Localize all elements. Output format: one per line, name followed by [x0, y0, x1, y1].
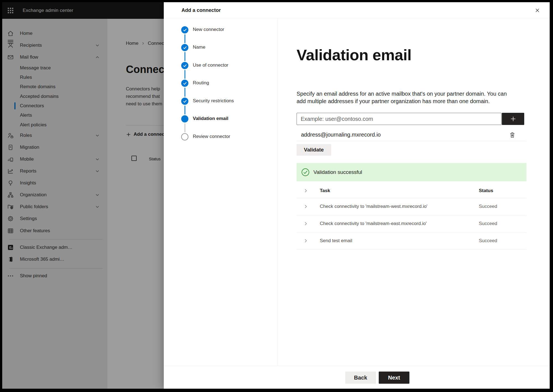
- task-cell: Send test email: [320, 238, 352, 244]
- step-todo-circle-icon: [181, 133, 188, 140]
- task-table-row-2: Check connectivity to 'mailstream-east.m…: [297, 215, 526, 232]
- back-button[interactable]: Back: [345, 372, 376, 384]
- close-button[interactable]: [533, 6, 542, 15]
- step-connector-line: [185, 34, 185, 43]
- panel-footer: Back Next: [164, 365, 550, 389]
- panel-header: Add a connector: [164, 2, 550, 18]
- screen: Exchange admin center HomeRecipientsMail…: [2, 2, 550, 389]
- step-completed-check-icon: [181, 44, 188, 51]
- expand-chevron-icon[interactable]: [303, 221, 308, 226]
- wizard-step-label: New connector: [193, 27, 224, 32]
- status-column-header: Status: [479, 188, 493, 194]
- banner-message: Validation successful: [313, 169, 362, 175]
- add-connector-panel: Add a connector New connectorNameUse of …: [164, 2, 550, 389]
- step-connector-line: [185, 88, 185, 97]
- expand-chevron-icon[interactable]: [303, 204, 308, 209]
- success-check-icon: [301, 168, 310, 176]
- step-connector-line: [185, 70, 185, 79]
- expand-chevron-icon[interactable]: [303, 238, 308, 243]
- panel-title: Add a connector: [181, 2, 221, 18]
- task-table-row-1: Check connectivity to 'mailstream-west.m…: [297, 198, 526, 215]
- step-completed-check-icon: [181, 62, 188, 69]
- step-heading: Validation email: [297, 46, 411, 64]
- task-table-row-3: Send test emailSucceed: [297, 232, 526, 249]
- table-row-divider: [297, 249, 526, 250]
- plus-icon: [510, 115, 517, 122]
- wizard-step-label: Review connector: [193, 134, 230, 139]
- validation-success-banner: Validation successful: [297, 163, 526, 181]
- validate-button[interactable]: Validate: [297, 144, 331, 156]
- wizard-step-label: Routing: [193, 80, 209, 86]
- step-connector-line: [185, 52, 185, 61]
- task-column-header: Task: [320, 188, 330, 194]
- wizard-step-label: Validation email: [193, 116, 229, 121]
- add-address-button[interactable]: [502, 113, 524, 125]
- task-cell: Check connectivity to 'mailstream-west.m…: [320, 204, 427, 209]
- task-table-header-row: TaskStatus: [297, 184, 526, 198]
- task-cell: Check connectivity to 'mailstream-east.m…: [320, 221, 427, 226]
- wizard-step-label: Use of connector: [193, 62, 229, 68]
- status-cell: Succeed: [479, 238, 497, 244]
- expand-chevron-icon[interactable]: [303, 188, 308, 193]
- added-address-value: address@journaling.mxrecord.io: [301, 132, 381, 138]
- step-connector-line: [185, 123, 185, 132]
- step-completed-check-icon: [181, 98, 188, 105]
- next-button[interactable]: Next: [379, 372, 409, 384]
- step-completed-check-icon: [181, 26, 188, 33]
- email-address-input[interactable]: [297, 113, 502, 125]
- step-connector-line: [185, 106, 185, 114]
- delete-address-button[interactable]: [508, 130, 516, 139]
- trash-icon: [510, 132, 515, 138]
- status-cell: Succeed: [479, 221, 497, 226]
- wizard-steps-nav: New connectorNameUse of connectorRouting…: [164, 18, 278, 365]
- wizard-step-label: Security restrictions: [193, 98, 234, 104]
- step-active-circle-icon: [181, 115, 188, 122]
- step-completed-check-icon: [181, 80, 188, 87]
- step-description: Specify an email address for an active m…: [297, 90, 511, 105]
- status-cell: Succeed: [479, 204, 497, 209]
- wizard-step-label: Name: [193, 45, 205, 50]
- added-address-row: address@journaling.mxrecord.io: [297, 129, 526, 141]
- divider: [297, 141, 526, 141]
